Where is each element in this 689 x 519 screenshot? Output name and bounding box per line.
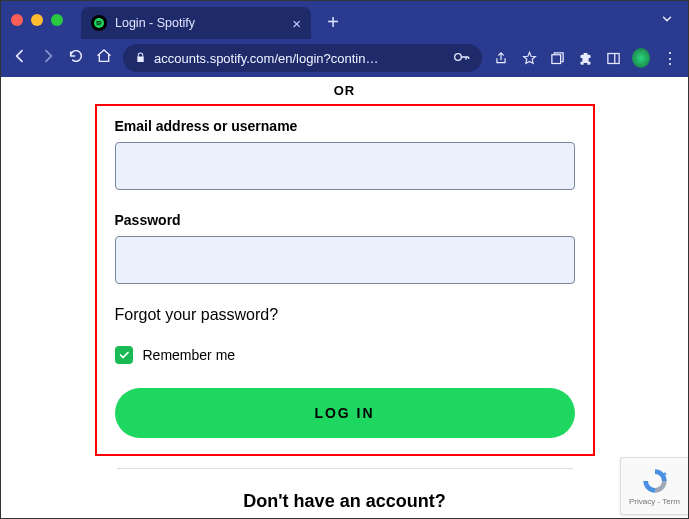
recaptcha-icon [640,467,670,495]
email-field[interactable] [115,142,575,190]
home-button[interactable] [95,48,113,68]
svg-rect-3 [607,53,618,63]
window-controls [11,14,63,26]
new-tab-button[interactable]: + [321,11,345,34]
key-icon[interactable] [454,51,470,66]
tab-bar: Login - Spotify × + [1,1,688,39]
maximize-window-icon[interactable] [51,14,63,26]
tab-title: Login - Spotify [115,16,284,30]
back-button[interactable] [11,48,29,68]
minimize-window-icon[interactable] [31,14,43,26]
remember-me-row[interactable]: Remember me [115,346,575,364]
forward-button[interactable] [39,48,57,68]
email-label: Email address or username [115,118,575,134]
spotify-favicon-icon [91,15,107,31]
forgot-password-link[interactable]: Forgot your password? [115,306,575,324]
reload-button[interactable] [67,48,85,68]
password-field[interactable] [115,236,575,284]
browser-tab[interactable]: Login - Spotify × [81,7,311,39]
recaptcha-text: Privacy - Term [629,497,680,506]
svg-point-1 [455,53,462,60]
login-form-highlight: Email address or username Password Forgo… [95,104,595,456]
profile-extension-icon[interactable] [632,49,650,67]
menu-button[interactable]: ⋮ [660,49,678,67]
or-divider: OR [1,83,688,98]
signup-prompt: Don't have an account? [1,491,688,512]
remember-me-checkbox[interactable] [115,346,133,364]
extensions-icon[interactable] [576,49,594,67]
bookmark-star-icon[interactable] [520,49,538,67]
url-text: accounts.spotify.com/en/login?contin… [154,51,446,66]
share-icon[interactable] [492,49,510,67]
url-input[interactable]: accounts.spotify.com/en/login?contin… [123,44,482,72]
tabs-icon[interactable] [548,49,566,67]
recaptcha-badge[interactable]: Privacy - Term [620,457,688,515]
close-window-icon[interactable] [11,14,23,26]
password-label: Password [115,212,575,228]
svg-rect-2 [551,54,560,63]
remember-me-label: Remember me [143,347,236,363]
page-content: OR Email address or username Password Fo… [1,77,688,519]
panel-icon[interactable] [604,49,622,67]
tab-dropdown-icon[interactable] [660,12,674,29]
divider [117,468,573,469]
browser-chrome: Login - Spotify × + accounts.spotify.com… [1,1,688,77]
lock-icon [135,52,146,65]
login-button[interactable]: LOG IN [115,388,575,438]
address-bar: accounts.spotify.com/en/login?contin… ⋮ [1,39,688,77]
tab-close-icon[interactable]: × [292,15,301,32]
